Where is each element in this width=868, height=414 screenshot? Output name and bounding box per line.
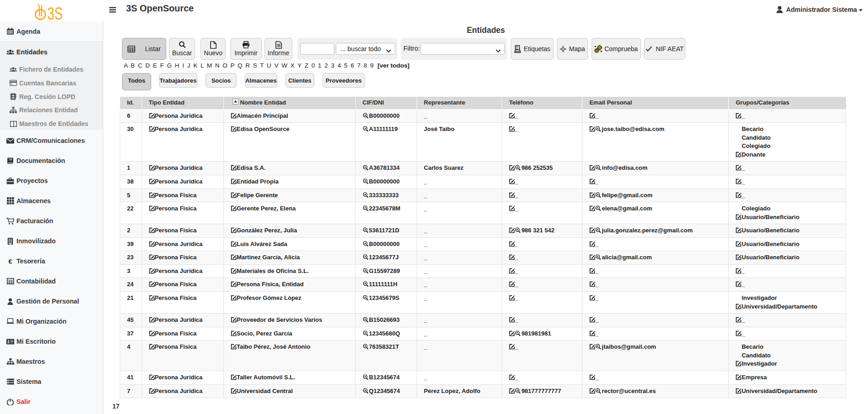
svg-text:3S: 3S [48, 4, 63, 23]
